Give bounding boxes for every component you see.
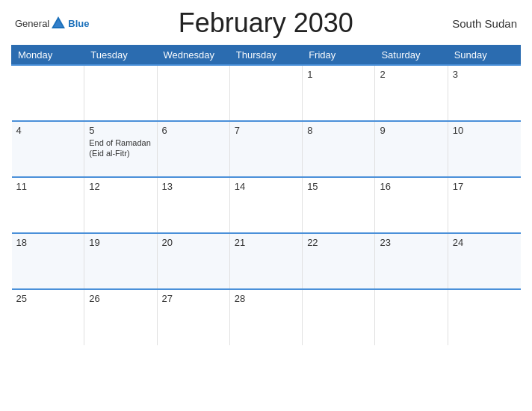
day-number: 26 (89, 293, 152, 304)
day-cell: 12 (84, 177, 157, 233)
logo-general-text: General (15, 18, 49, 29)
day-number: 12 (89, 181, 152, 192)
day-cell: 24 (448, 233, 520, 289)
weekday-thursday: Thursday (229, 46, 302, 66)
weekday-sunday: Sunday (448, 46, 520, 66)
day-cell: 8 (303, 121, 375, 177)
day-cell: 7 (229, 121, 302, 177)
week-row-3: 11121314151617 (12, 177, 521, 233)
calendar-wrapper: General Blue February 2030 South Sudan M… (0, 0, 532, 411)
weekday-friday: Friday (303, 46, 375, 66)
day-number: 21 (235, 237, 297, 248)
day-number: 23 (380, 237, 442, 248)
country-label: South Sudan (442, 17, 517, 30)
day-cell: 25 (12, 289, 84, 345)
day-number: 10 (453, 125, 516, 136)
week-row-4: 18192021222324 (12, 233, 521, 289)
day-number: 15 (307, 181, 370, 192)
day-cell: 9 (375, 121, 448, 177)
day-number: 5 (89, 125, 152, 136)
day-cell: 3 (448, 65, 520, 121)
day-number: 25 (16, 293, 80, 304)
day-cell: 5End of Ramadan (Eid al-Fitr) (84, 121, 157, 177)
weekday-monday: Monday (12, 46, 84, 66)
day-number: 9 (380, 125, 442, 136)
day-cell: 20 (157, 233, 229, 289)
day-number: 27 (162, 293, 225, 304)
day-cell: 2 (375, 65, 448, 121)
day-cell (84, 65, 157, 121)
day-cell: 19 (84, 233, 157, 289)
day-number: 2 (380, 69, 442, 80)
logo: General Blue (15, 15, 89, 31)
day-number: 13 (162, 181, 225, 192)
day-number: 8 (307, 125, 370, 136)
day-cell: 13 (157, 177, 229, 233)
calendar-table: Monday Tuesday Wednesday Thursday Friday… (11, 45, 521, 345)
day-number: 16 (380, 181, 442, 192)
day-cell: 18 (12, 233, 84, 289)
calendar-title: February 2030 (89, 7, 442, 39)
day-cell: 6 (157, 121, 229, 177)
week-row-2: 45End of Ramadan (Eid al-Fitr)678910 (12, 121, 521, 177)
day-number: 20 (162, 237, 225, 248)
day-cell: 16 (375, 177, 448, 233)
day-cell: 4 (12, 121, 84, 177)
header: General Blue February 2030 South Sudan (11, 7, 521, 39)
day-number: 11 (16, 181, 80, 192)
day-cell: 15 (303, 177, 375, 233)
logo-blue-text: Blue (68, 18, 89, 29)
day-number: 14 (235, 181, 297, 192)
logo-icon (50, 15, 66, 31)
day-number: 18 (16, 237, 80, 248)
day-number: 19 (89, 237, 152, 248)
day-cell: 17 (448, 177, 520, 233)
day-number: 7 (235, 125, 297, 136)
weekday-tuesday: Tuesday (84, 46, 157, 66)
event-label: End of Ramadan (Eid al-Fitr) (89, 137, 152, 159)
calendar-header: Monday Tuesday Wednesday Thursday Friday… (12, 46, 521, 66)
day-cell: 26 (84, 289, 157, 345)
weekday-row: Monday Tuesday Wednesday Thursday Friday… (12, 46, 521, 66)
day-cell: 21 (229, 233, 302, 289)
day-number: 24 (453, 237, 516, 248)
day-cell: 23 (375, 233, 448, 289)
calendar-body: 12345End of Ramadan (Eid al-Fitr)6789101… (12, 65, 521, 345)
day-cell (375, 289, 448, 345)
day-number: 22 (307, 237, 370, 248)
day-number: 28 (235, 293, 297, 304)
day-cell: 28 (229, 289, 302, 345)
weekday-wednesday: Wednesday (157, 46, 229, 66)
day-number: 4 (16, 125, 80, 136)
day-cell (157, 65, 229, 121)
day-cell: 10 (448, 121, 520, 177)
week-row-5: 25262728 (12, 289, 521, 345)
day-cell: 11 (12, 177, 84, 233)
day-number: 3 (453, 69, 516, 80)
day-cell: 14 (229, 177, 302, 233)
day-cell (303, 289, 375, 345)
day-number: 17 (453, 181, 516, 192)
day-number: 1 (307, 69, 370, 80)
day-cell (229, 65, 302, 121)
day-cell: 27 (157, 289, 229, 345)
day-cell (448, 289, 520, 345)
day-cell: 22 (303, 233, 375, 289)
day-number: 6 (162, 125, 225, 136)
day-cell: 1 (303, 65, 375, 121)
week-row-1: 123 (12, 65, 521, 121)
day-cell (12, 65, 84, 121)
weekday-saturday: Saturday (375, 46, 448, 66)
